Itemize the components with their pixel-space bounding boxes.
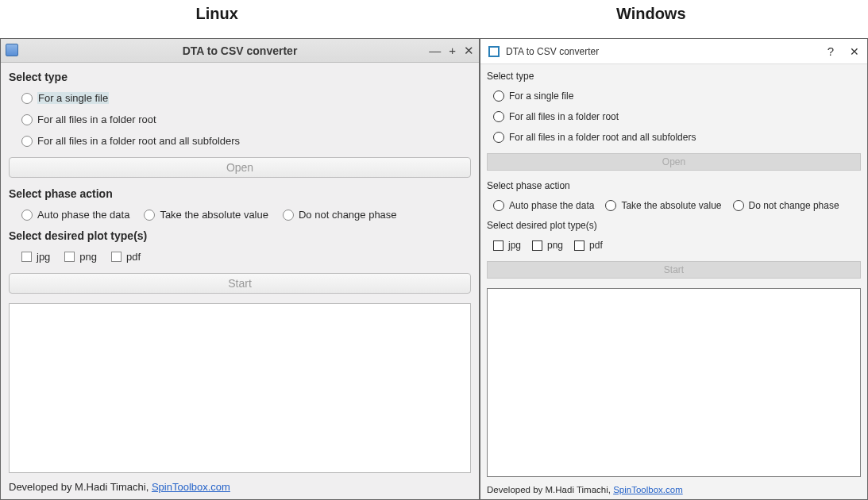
- app-icon: [6, 44, 18, 56]
- windows-window: DTA to CSV converter ? ✕ Select type For…: [480, 38, 868, 500]
- help-icon[interactable]: ?: [827, 44, 834, 58]
- radio-label: For all files in a folder root: [509, 111, 619, 122]
- footer-prefix: Developed by M.Hadi Timachi,: [9, 481, 152, 493]
- radio-icon: [21, 210, 33, 221]
- radio-icon: [493, 132, 504, 143]
- phase-option-auto[interactable]: Auto phase the data: [493, 198, 594, 213]
- radio-icon: [21, 114, 33, 125]
- checkbox-icon: [532, 240, 542, 251]
- open-button[interactable]: Open: [9, 157, 471, 178]
- radio-icon: [493, 111, 504, 122]
- select-type-label: Select type: [9, 71, 471, 83]
- radio-icon: [283, 210, 294, 221]
- checkbox-label: png: [79, 251, 97, 263]
- start-button[interactable]: Start: [9, 273, 471, 294]
- select-plots-label: Select desired plot type(s): [487, 220, 861, 231]
- footer-text: Developed by M.Hadi Timachi, SpinToolbox…: [9, 479, 471, 493]
- close-icon[interactable]: ✕: [850, 45, 859, 58]
- type-option-single[interactable]: For a single file: [9, 90, 471, 106]
- checkbox-label: pdf: [126, 251, 141, 263]
- checkbox-label: jpg: [508, 240, 521, 251]
- phase-option-nochange[interactable]: Do not change phase: [283, 206, 397, 223]
- footer-link[interactable]: SpinToolbox.com: [613, 485, 683, 494]
- radio-label: Take the absolute value: [160, 209, 268, 221]
- windows-titlebar: DTA to CSV converter ? ✕: [480, 39, 867, 64]
- checkbox-icon: [111, 252, 122, 262]
- radio-icon: [21, 136, 33, 147]
- type-option-folder-sub[interactable]: For all files in a folder root and all s…: [9, 133, 471, 149]
- start-button[interactable]: Start: [487, 261, 861, 279]
- phase-option-auto[interactable]: Auto phase the data: [21, 206, 129, 223]
- radio-label: Do not change phase: [749, 200, 839, 211]
- type-option-folder[interactable]: For all files in a folder root: [9, 111, 471, 128]
- plot-option-pdf[interactable]: pdf: [574, 237, 603, 253]
- radio-label: Take the absolute value: [621, 200, 721, 211]
- radio-label: For all files in a folder root and all s…: [509, 132, 696, 143]
- radio-icon: [493, 200, 504, 211]
- footer-text: Developed by M.Hadi Timachi, SpinToolbox…: [487, 483, 861, 494]
- phase-option-abs[interactable]: Take the absolute value: [144, 206, 268, 223]
- plot-option-png[interactable]: png: [532, 237, 563, 253]
- plot-option-pdf[interactable]: pdf: [111, 248, 141, 265]
- select-phase-label: Select phase action: [487, 180, 861, 191]
- checkbox-label: jpg: [37, 251, 50, 263]
- type-option-folder-sub[interactable]: For all files in a folder root and all s…: [487, 129, 861, 145]
- radio-icon: [493, 90, 504, 102]
- radio-label: For a single file: [509, 90, 573, 102]
- select-plots-label: Select desired plot type(s): [9, 229, 471, 242]
- minimize-icon[interactable]: —: [429, 44, 441, 58]
- checkbox-icon: [493, 240, 503, 251]
- radio-label: For a single file: [37, 92, 109, 104]
- type-option-folder[interactable]: For all files in a folder root: [487, 109, 861, 125]
- maximize-icon[interactable]: +: [449, 44, 456, 58]
- radio-label: For all files in a folder root and all s…: [37, 135, 240, 147]
- log-output: [9, 303, 471, 473]
- select-phase-label: Select phase action: [9, 187, 471, 200]
- checkbox-icon: [574, 240, 584, 251]
- select-type-label: Select type: [487, 71, 861, 82]
- phase-option-nochange[interactable]: Do not change phase: [733, 198, 839, 213]
- radio-icon: [21, 93, 33, 104]
- checkbox-label: png: [547, 240, 563, 251]
- os-label-linux: Linux: [0, 5, 434, 23]
- footer-link[interactable]: SpinToolbox.com: [152, 481, 230, 493]
- checkbox-icon: [21, 252, 32, 262]
- radio-label: For all files in a folder root: [37, 113, 156, 125]
- close-icon[interactable]: ✕: [464, 44, 474, 58]
- linux-window: DTA to CSV converter — + ✕ Select type F…: [0, 38, 480, 500]
- open-button[interactable]: Open: [487, 153, 861, 171]
- footer-prefix: Developed by M.Hadi Timachi,: [487, 485, 613, 494]
- checkbox-icon: [64, 252, 75, 262]
- phase-option-abs[interactable]: Take the absolute value: [605, 198, 721, 213]
- plot-option-jpg[interactable]: jpg: [493, 237, 521, 253]
- log-output: [487, 288, 861, 477]
- plot-option-jpg[interactable]: jpg: [21, 248, 50, 265]
- linux-titlebar: DTA to CSV converter — + ✕: [1, 39, 479, 63]
- os-label-windows: Windows: [434, 5, 869, 23]
- radio-label: Do not change phase: [299, 209, 397, 221]
- plot-option-png[interactable]: png: [64, 248, 97, 265]
- window-title: DTA to CSV converter: [506, 46, 827, 57]
- radio-label: Auto phase the data: [509, 200, 594, 211]
- radio-icon: [605, 200, 616, 211]
- checkbox-label: pdf: [589, 240, 603, 251]
- type-option-single[interactable]: For a single file: [487, 88, 861, 104]
- radio-icon: [733, 200, 744, 211]
- app-icon: [488, 46, 500, 57]
- radio-label: Auto phase the data: [37, 209, 129, 221]
- window-title: DTA to CSV converter: [183, 44, 298, 57]
- radio-icon: [144, 210, 155, 221]
